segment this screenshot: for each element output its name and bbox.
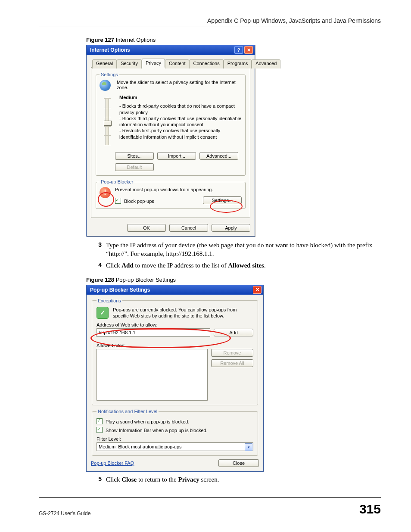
figure-128-caption: Figure 128 Pop-up Blocker Settings — [86, 277, 381, 283]
slider-thumb[interactable] — [104, 121, 112, 126]
tab-security[interactable]: Security — [117, 59, 142, 68]
advanced-button[interactable]: Advanced... — [199, 152, 238, 160]
block-popups-label: Block pop-ups — [124, 199, 154, 204]
dialog-titlebar[interactable]: Internet Options ? ✕ — [87, 45, 255, 55]
popup-settings-button[interactable]: Settings... — [203, 196, 242, 204]
play-sound-label: Play a sound when a pop-up is blocked. — [106, 419, 189, 424]
figure-127-title: Internet Options — [114, 37, 156, 43]
popup-blocker-group: Pop-up Blocker ! Prevent most pop-up win… — [96, 179, 246, 209]
exceptions-legend: Exceptions — [97, 298, 122, 303]
settings-legend: Settings — [100, 72, 119, 77]
close-icon[interactable]: ✕ — [244, 46, 253, 54]
exceptions-intro: Pop-ups are currently blocked. You can a… — [113, 307, 253, 319]
footer-rule — [39, 497, 381, 498]
checkbox-icon — [97, 427, 103, 433]
chevron-down-icon[interactable]: ▾ — [245, 443, 252, 451]
add-button[interactable]: Add — [214, 329, 253, 336]
play-sound-checkbox[interactable]: Play a sound when a pop-up is blocked. — [97, 417, 253, 424]
notifications-group: Notifications and Filter Level Play a so… — [92, 409, 258, 456]
privacy-level-desc: - Blocks third-party cookies that do not… — [119, 103, 242, 140]
allowed-sites-listbox[interactable] — [97, 349, 208, 401]
popup-blocker-icon: ! — [100, 187, 111, 198]
running-head: Appendix C Pop-up Windows, JavaScripts a… — [39, 17, 381, 27]
popup-intro: Prevent most pop-up windows from appeari… — [115, 187, 242, 192]
help-icon[interactable]: ? — [234, 46, 243, 54]
step-4: 4 Click Add to move the IP address to th… — [94, 261, 381, 270]
dialog-title: Pop-up Blocker Settings — [90, 287, 150, 293]
popup-blocker-legend: Pop-up Blocker — [100, 179, 134, 184]
address-label: Address of Web site to allow: — [97, 322, 253, 327]
step-4-number: 4 — [94, 261, 102, 270]
footer-page-number: 315 — [359, 502, 381, 516]
figure-127-caption: Figure 127 Internet Options — [86, 37, 381, 43]
checkbox-icon — [97, 418, 103, 424]
step-5: 5 Click Close to return to the Privacy s… — [94, 475, 381, 484]
checkbox-icon — [115, 198, 121, 204]
ok-button[interactable]: OK — [127, 224, 166, 232]
dialog-title: Internet Options — [90, 47, 130, 53]
step-5-text: Click Close to return to the Privacy scr… — [106, 475, 381, 484]
close-icon[interactable]: ✕ — [253, 286, 262, 294]
cancel-button[interactable]: Cancel — [169, 224, 208, 232]
filter-level-select[interactable]: Medium: Block most automatic pop-ups — [97, 442, 253, 451]
tab-programs[interactable]: Programs — [224, 59, 252, 68]
step-4-text: Click Add to move the IP address to the … — [106, 261, 381, 270]
show-infobar-label: Show Information Bar when a pop-up is bl… — [106, 428, 208, 433]
block-popups-checkbox[interactable]: Block pop-ups — [115, 197, 154, 204]
dialog-titlebar[interactable]: Pop-up Blocker Settings ✕ — [87, 285, 263, 295]
dialog-button-bar: OK Cancel Apply — [91, 221, 250, 232]
internet-options-dialog: Internet Options ? ✕ General Security Pr… — [86, 45, 255, 236]
allow-icon: ✓ — [97, 307, 109, 319]
step-5-number: 5 — [94, 475, 102, 484]
privacy-level: Medium — [119, 94, 242, 100]
close-button[interactable]: Close — [218, 459, 259, 467]
tab-advanced[interactable]: Advanced — [252, 59, 280, 68]
tab-strip: General Security Privacy Content Connect… — [91, 59, 250, 68]
tab-privacy[interactable]: Privacy — [142, 59, 165, 68]
default-button[interactable]: Default — [115, 163, 154, 171]
header-rule — [39, 27, 381, 27]
figure-128-number: Figure 128 — [86, 277, 114, 283]
tab-connections[interactable]: Connections — [189, 59, 223, 68]
popup-blocker-settings-dialog: Pop-up Blocker Settings ✕ Exceptions ✓ P… — [86, 285, 264, 472]
import-button[interactable]: Import... — [157, 152, 196, 160]
globe-icon — [100, 80, 111, 91]
notifications-legend: Notifications and Filter Level — [97, 409, 159, 414]
filter-level-label: Filter Level: — [97, 436, 253, 442]
tab-general[interactable]: General — [92, 59, 117, 68]
faq-link[interactable]: Pop-up Blocker FAQ — [91, 460, 134, 466]
footer-doc-title: GS-2724 User's Guide — [39, 510, 90, 516]
address-input[interactable] — [97, 328, 210, 337]
settings-group: Settings Move the slider to select a pri… — [96, 72, 246, 176]
remove-all-button[interactable]: Remove All — [211, 359, 253, 367]
exceptions-group: Exceptions ✓ Pop-ups are currently block… — [92, 298, 258, 406]
figure-128-title: Pop-up Blocker Settings — [114, 277, 176, 283]
privacy-tab-pane: Settings Move the slider to select a pri… — [91, 67, 250, 218]
privacy-slider[interactable] — [100, 94, 115, 145]
tab-content[interactable]: Content — [165, 59, 190, 68]
sites-button[interactable]: Sites... — [115, 152, 154, 160]
apply-button[interactable]: Apply — [212, 224, 250, 232]
step-3-number: 3 — [94, 241, 102, 258]
show-infobar-checkbox[interactable]: Show Information Bar when a pop-up is bl… — [97, 426, 253, 433]
remove-button[interactable]: Remove — [211, 349, 253, 357]
settings-intro: Move the slider to select a privacy sett… — [117, 80, 242, 91]
step-3-text: Type the IP address of your device (the … — [106, 241, 381, 258]
step-3: 3 Type the IP address of your device (th… — [94, 241, 381, 258]
allowed-sites-label: Allowed sites: — [97, 343, 253, 348]
figure-127-number: Figure 127 — [86, 37, 114, 43]
